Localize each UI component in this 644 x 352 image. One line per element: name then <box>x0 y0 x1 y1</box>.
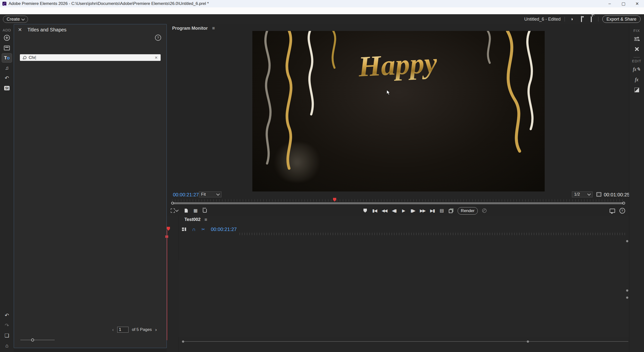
add-default-text-button[interactable] <box>183 207 189 214</box>
page-number-input[interactable]: 1 <box>117 327 128 332</box>
thumbnail-size-slider[interactable] <box>20 338 55 341</box>
delete-button[interactable] <box>202 207 208 214</box>
home-button[interactable]: ⌂ <box>2 341 12 350</box>
adobe-stock-button[interactable]: St <box>2 84 12 93</box>
scroll-handle[interactable] <box>527 340 529 343</box>
duration-timecode: 00:01:00:25 <box>604 192 630 198</box>
minimize-button[interactable]: – <box>603 0 616 7</box>
export-frame-button[interactable]: ▤ <box>438 207 445 214</box>
monitor-help-icon[interactable]: ? <box>619 207 625 214</box>
close-panel-icon[interactable]: ✕ <box>18 27 22 33</box>
page-count-label: of 5 Pages <box>132 327 152 332</box>
time-ruler[interactable] <box>167 227 644 232</box>
vertical-scroll-dot[interactable] <box>626 296 628 299</box>
next-page-button[interactable]: › <box>155 327 157 332</box>
step-forward-button[interactable]: ▮▶ <box>409 207 416 214</box>
add-marker-button[interactable] <box>362 207 368 214</box>
vertical-scroll-dot[interactable] <box>626 240 628 242</box>
playhead-line <box>167 230 167 340</box>
applied-effects-button[interactable]: fx✎ <box>632 65 642 73</box>
redo-icon: ↷ <box>5 322 9 328</box>
stock-icon: St <box>4 86 10 90</box>
ruler-ticks <box>240 233 627 235</box>
undo-button[interactable]: ↶ <box>2 311 12 320</box>
fix-edit-rail: FIX EDIT fx✎ fx <box>629 24 644 352</box>
safe-margins-button[interactable] <box>171 207 178 214</box>
panel-title: Titles and Shapes <box>28 27 66 33</box>
video-preview[interactable]: Happy 2026 <box>252 31 545 191</box>
search-input[interactable]: Chr ✕ <box>20 54 161 61</box>
slider-knob[interactable] <box>31 338 34 341</box>
add-media-button[interactable] <box>2 33 12 42</box>
scroll-handle-right[interactable] <box>622 202 625 204</box>
close-button[interactable]: ✕ <box>630 0 644 7</box>
help-icon[interactable]: ? <box>155 35 161 41</box>
step-forward-5-button[interactable]: ▶▶ <box>419 207 426 214</box>
render-button[interactable]: Render <box>458 207 478 215</box>
prev-page-button[interactable]: ‹ <box>112 327 114 332</box>
scroll-handle[interactable] <box>182 340 184 343</box>
monitor-settings-button[interactable]: ▦ <box>192 207 199 214</box>
quick-fix-icon[interactable]: ◑ <box>569 17 574 22</box>
monitor-timecode[interactable]: 00:00:21:27 <box>173 192 199 198</box>
play-button[interactable]: ▶ <box>400 207 406 214</box>
add-rail: ADD To ♫ ↶ St ↶ ↷ ❏ ⌂ <box>0 24 14 352</box>
history-icon: ↶ <box>5 75 9 81</box>
save-icon[interactable] <box>578 17 584 22</box>
scroll-handle-left[interactable] <box>171 202 174 204</box>
history-button[interactable]: ↶ <box>2 74 12 83</box>
vertical-scroll-dot[interactable] <box>626 289 628 292</box>
share-icon[interactable] <box>588 17 594 22</box>
zoom-level-dropdown[interactable]: Fit <box>199 191 222 197</box>
divider <box>634 57 640 58</box>
dual-monitor-icon[interactable] <box>609 207 616 214</box>
source-tabs <box>20 45 161 52</box>
export-share-button[interactable]: Export & Share <box>602 16 640 23</box>
step-back-5-button[interactable]: ◀◀ <box>380 207 388 214</box>
menu-bar <box>0 7 644 15</box>
monitor-title: Program Monitor <box>172 26 208 31</box>
loop-button[interactable] <box>481 207 488 214</box>
divider <box>564 17 565 22</box>
transitions-icon <box>634 88 639 92</box>
duplicate-button[interactable] <box>447 207 454 214</box>
go-to-start-button[interactable]: ▮◀ <box>371 207 378 214</box>
transitions-button[interactable] <box>632 86 642 94</box>
sequence-tab[interactable]: Test002 <box>184 217 200 222</box>
maximize-button[interactable]: ▢ <box>616 0 630 7</box>
music-note-icon: ♫ <box>5 65 9 71</box>
timeline-panel: Test002 ≡ ∩ ✂ 00:00:21:27 <box>167 215 644 352</box>
effects-button[interactable]: fx <box>632 75 642 84</box>
divider <box>598 17 598 22</box>
edit-label: EDIT <box>629 59 644 63</box>
fix-label: FIX <box>629 29 644 33</box>
project-assets-button[interactable] <box>2 44 12 52</box>
fullscreen-icon[interactable] <box>596 192 601 197</box>
monitor-scrollbar[interactable] <box>172 202 624 204</box>
program-monitor: Program Monitor ≡ Happy 2026 00:00:21:27… <box>167 24 629 215</box>
auto-fix-button[interactable] <box>632 45 642 53</box>
create-button[interactable]: Create <box>3 16 28 23</box>
playback-quality-dropdown[interactable]: 1/2 <box>572 191 592 197</box>
add-label: ADD <box>0 28 14 32</box>
timeline-menu-icon[interactable]: ≡ <box>204 217 207 222</box>
horizontal-scrollbar[interactable] <box>182 340 628 342</box>
organizer-button[interactable]: ❏ <box>2 331 12 340</box>
go-to-end-button[interactable]: ▶▮ <box>429 207 436 214</box>
plus-icon <box>4 35 10 41</box>
titles-and-shapes-button[interactable]: To <box>2 54 12 62</box>
organizer-icon: ❏ <box>5 332 9 338</box>
monitor-ruler[interactable] <box>172 199 624 202</box>
app-header: Create Untitled_6 - Edited ◑ Export & Sh… <box>0 14 644 24</box>
step-back-button[interactable]: ◀▮ <box>390 207 398 214</box>
clear-search-icon[interactable]: ✕ <box>154 56 158 60</box>
premiere-elements-window: Adobe Premiere Elements 2026 - C:\Users\… <box>0 0 644 352</box>
chevron-down-icon <box>21 17 25 20</box>
mouse-cursor <box>386 90 390 95</box>
adjust-button[interactable] <box>632 35 642 43</box>
effects-icon: fx <box>635 77 638 83</box>
redo-button[interactable]: ↷ <box>2 321 12 330</box>
timeline-tools <box>167 215 179 352</box>
panel-menu-icon[interactable]: ≡ <box>212 26 215 31</box>
music-button[interactable]: ♫ <box>2 64 12 72</box>
